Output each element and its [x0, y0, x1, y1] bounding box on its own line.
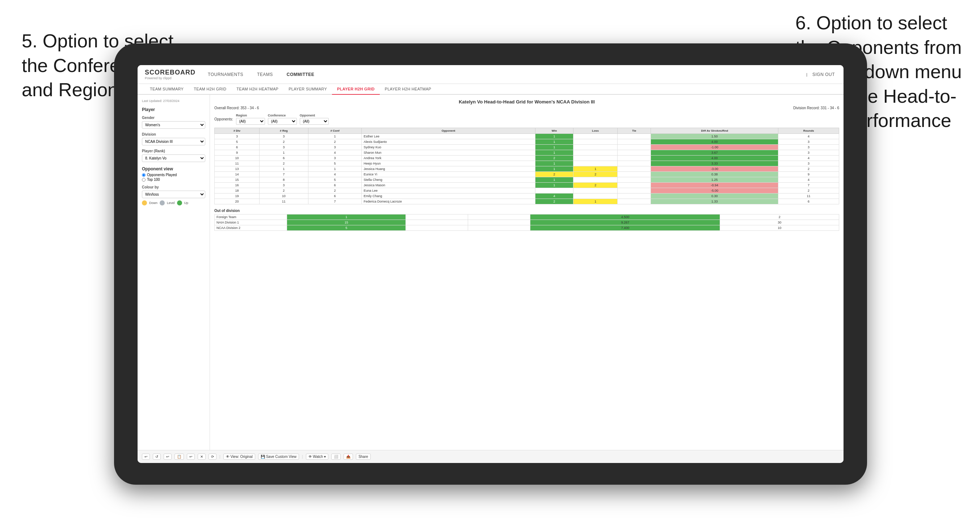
cell-rounds: 7 [778, 183, 839, 188]
cell-opponent: Esther Lee [362, 134, 535, 139]
colour-by-select[interactable]: Win/loss [142, 190, 205, 198]
cell-div: 14 [215, 172, 259, 177]
cell-reg: 2 [259, 188, 308, 194]
subnav-player-summary[interactable]: PLAYER SUMMARY [283, 84, 332, 94]
th-opponent: Opponent [362, 128, 535, 134]
cell-ood-rounds: 10 [720, 225, 839, 231]
last-updated: Last Updated: 27/03/2024 [142, 99, 205, 103]
cell-win: 2 [535, 156, 573, 161]
region-filter-select[interactable]: (All) [236, 118, 265, 125]
player-rank-select[interactable]: 8. Katelyn Vo [142, 154, 205, 162]
toolbar-share[interactable]: Share [356, 454, 371, 460]
cell-ood-opponent: Foreign Team [215, 214, 287, 220]
cell-conf: 1 [308, 134, 362, 139]
toolbar-sep1: | [220, 455, 221, 459]
nav-right: | Sign out [806, 71, 836, 78]
subnav-team-h2h-grid[interactable]: TEAM H2H GRID [189, 84, 231, 94]
cell-win: 2 [535, 172, 573, 177]
cell-loss: 2 [573, 183, 617, 188]
out-of-division-title: Out of division [214, 209, 839, 213]
table-row: 10 6 3 Andrea York 2 4.00 4 [215, 156, 839, 161]
toolbar-refresh[interactable]: ⟳ [208, 454, 216, 460]
subnav-team-summary[interactable]: TEAM SUMMARY [145, 84, 189, 94]
opponent-view-title: Opponent view [142, 167, 205, 171]
opponent-radio-top100[interactable]: Top 100 [142, 178, 205, 182]
opponent-filter-row: (All) [300, 118, 329, 125]
logo-text: SCOREBOARD [145, 69, 196, 76]
division-select[interactable]: NCAA Division III [142, 138, 205, 145]
toolbar-view-original[interactable]: 👁 View: Original [223, 454, 255, 460]
opponent-filter-label: Opponent [300, 114, 329, 117]
cell-diff: 0.30 [651, 194, 778, 199]
toolbar-copy[interactable]: 📋 [175, 454, 184, 460]
cell-win: 1 [535, 167, 573, 172]
cell-ood-win: 1 [287, 214, 406, 220]
cell-loss [573, 188, 617, 194]
cell-div: 13 [215, 167, 259, 172]
nav-item-tournaments[interactable]: TOURNAMENTS [206, 71, 245, 78]
cell-tie [617, 134, 651, 139]
toolbar-export[interactable]: 📤 [344, 454, 353, 460]
logo-sub: Powered by clippd [145, 76, 196, 80]
cell-tie [617, 199, 651, 204]
subnav-player-h2h-grid[interactable]: PLAYER H2H GRID [332, 84, 380, 95]
toolbar-layout[interactable]: ⬜ [331, 454, 340, 460]
conference-filter-group: Conference (All) [268, 114, 297, 125]
conference-filter-select[interactable]: (All) [268, 118, 297, 125]
sub-nav: TEAM SUMMARY TEAM H2H GRID TEAM H2H HEAT… [138, 84, 843, 95]
cell-rounds: 4 [778, 134, 839, 139]
table-row: 13 1 1 Jessica Huang 1 1 -3.00 2 [215, 167, 839, 172]
cell-loss [573, 139, 617, 145]
cell-tie [617, 139, 651, 145]
cell-loss [573, 145, 617, 150]
cell-rounds: 3 [778, 145, 839, 150]
opponent-radio-played[interactable]: Opponents Played [142, 173, 205, 177]
cell-rounds: 9 [778, 172, 839, 177]
toolbar-close[interactable]: ✕ [198, 454, 206, 460]
conference-filter-row: (All) [268, 118, 297, 125]
opponent-filter-select[interactable]: (All) [300, 118, 329, 125]
toolbar-redo1[interactable]: ↺ [153, 454, 161, 460]
player-section-title: Player [142, 107, 205, 112]
cell-ood-tie [468, 220, 530, 225]
cell-div: 11 [215, 161, 259, 167]
nav-item-teams[interactable]: TEAMS [256, 71, 274, 78]
nav-item-committee[interactable]: COMMITTEE [285, 71, 316, 78]
cell-loss: 2 [573, 172, 617, 177]
cell-ood-tie [468, 225, 530, 231]
toolbar-watch[interactable]: 👁 Watch ▾ [306, 454, 329, 460]
cell-rounds: 6 [778, 199, 839, 204]
sign-out-link[interactable]: Sign out [811, 71, 836, 78]
subnav-team-h2h-heatmap[interactable]: TEAM H2H HEATMAP [231, 84, 283, 94]
cell-conf: 6 [308, 183, 362, 188]
main-content: Last Updated: 27/03/2024 Player Gender W… [138, 95, 843, 450]
data-table: # Div # Reg # Conf Opponent Win Loss Tie… [214, 128, 839, 204]
table-row: 6 3 3 Sydney Kuo 1 -1.00 3 [215, 145, 839, 150]
subnav-player-h2h-heatmap[interactable]: PLAYER H2H HEATMAP [380, 84, 436, 94]
cell-diff: 1.50 [651, 134, 778, 139]
toolbar-back[interactable]: ↩ [187, 454, 195, 460]
cell-tie [617, 150, 651, 156]
cell-tie [617, 188, 651, 194]
region-filter-row: (All) [236, 118, 265, 125]
cell-rounds: 4 [778, 177, 839, 183]
cell-opponent: Eunice Yi [362, 172, 535, 177]
th-tie: Tie [617, 128, 651, 134]
cell-loss [573, 194, 617, 199]
cell-diff: 3.67 [651, 150, 778, 156]
opponents-label: Opponents: [214, 117, 233, 121]
out-of-division-row: NAIA Division 1 15 9.267 30 [215, 220, 839, 225]
table-row: 15 8 5 Stella Cheng 1 1.25 4 [215, 177, 839, 183]
th-conf: # Conf [308, 128, 362, 134]
table-row: 3 3 1 Esther Lee 1 1.50 4 [215, 134, 839, 139]
th-rounds: Rounds [778, 128, 839, 134]
gender-select[interactable]: Women's [142, 121, 205, 129]
toolbar-undo[interactable]: ↩ [142, 454, 150, 460]
cell-win: 4 [535, 194, 573, 199]
division-record: Division Record: 331 - 34 - 6 [793, 106, 839, 110]
bottom-toolbar: ↩ ↺ ↩ 📋 ↩ ✕ ⟳ | 👁 View: Original 💾 Save … [138, 450, 843, 463]
toolbar-save-custom[interactable]: 💾 Save Custom View [258, 454, 299, 460]
cell-loss [573, 156, 617, 161]
right-content: Katelyn Vo Head-to-Head Grid for Women's… [210, 95, 843, 450]
toolbar-redo2[interactable]: ↩ [164, 454, 172, 460]
